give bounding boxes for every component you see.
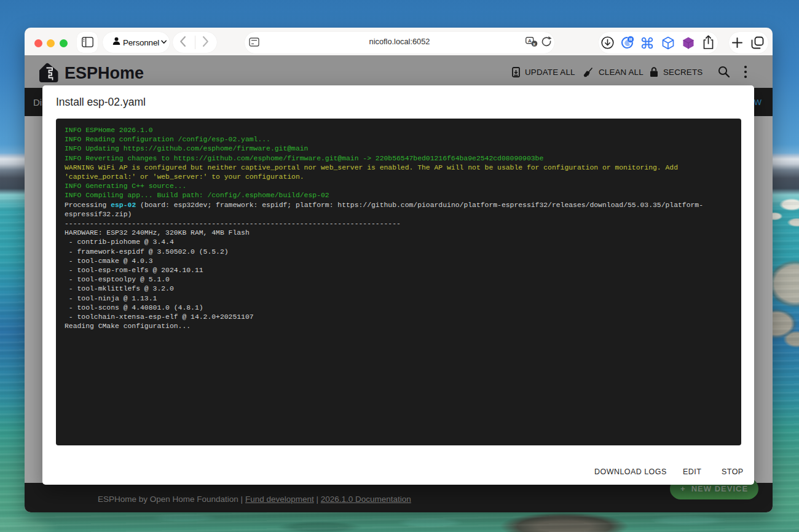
svg-text:A: A [528, 38, 532, 44]
